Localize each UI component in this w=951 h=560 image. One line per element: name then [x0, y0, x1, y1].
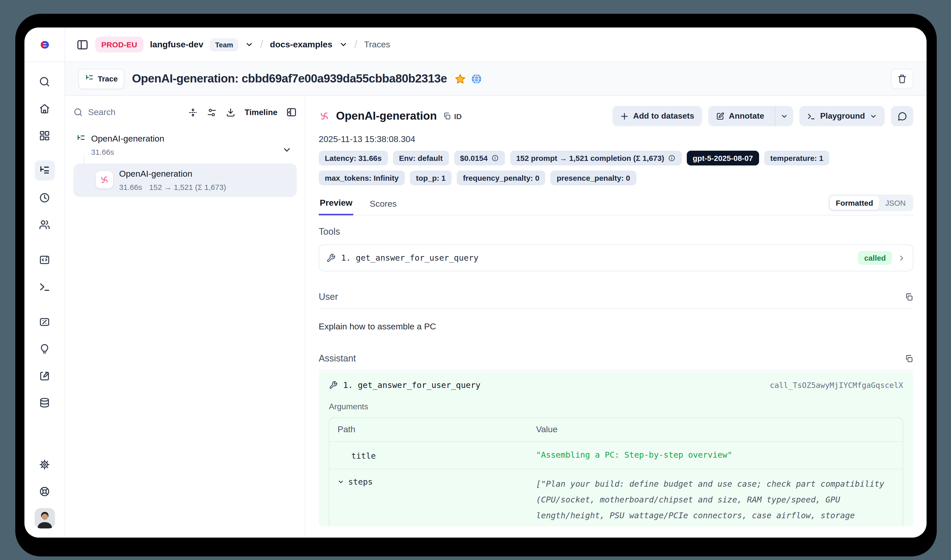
cost-badge[interactable]: $0.0154 [454, 151, 505, 165]
observation-detail-panel: OpenAI-generation ID Add to datasets [305, 96, 926, 538]
bookmark-star-icon[interactable] [455, 73, 466, 84]
info-icon [668, 154, 675, 162]
user-heading: User [319, 292, 338, 302]
tokens-badge[interactable]: 152 prompt → 1,521 completion (Σ 1,673) [510, 151, 682, 165]
observation-title: OpenAI-generation [336, 109, 437, 123]
annotate-button[interactable]: Annotate [708, 106, 770, 126]
table-row-title: title "Assembling a PC: Step-by-step ove… [329, 442, 903, 469]
copy-icon[interactable] [905, 354, 913, 363]
chevron-down-icon[interactable] [337, 478, 344, 485]
public-globe-icon[interactable] [471, 73, 482, 84]
org-plan-badge: Team [210, 38, 238, 51]
top-p-badge: top_p: 1 [410, 171, 452, 185]
assistant-message-section: Assistant 1. get_answer_for_user_query [319, 353, 913, 526]
sessions-clock-icon[interactable] [34, 187, 55, 208]
arg-value: ["Plan your build: define budget and use… [536, 476, 894, 526]
table-row-steps: steps ["Plan your build: define budget a… [329, 469, 903, 526]
copy-icon [443, 112, 451, 120]
env-badge: Env: default [393, 151, 449, 165]
dashboards-icon[interactable] [34, 125, 55, 146]
breadcrumb-organization[interactable]: langfuse-dev [150, 40, 203, 50]
tree-node-root[interactable]: OpenAI-generation 31.66s [73, 134, 297, 156]
tool-name: 1. get_answer_for_user_query [341, 253, 478, 263]
max-tokens-badge: max_tokens: Infinity [319, 171, 405, 185]
presence-penalty-badge: presence_penalty: 0 [551, 171, 636, 185]
timeline-toggle[interactable]: Timeline [245, 108, 277, 117]
prompts-icon[interactable] [34, 249, 55, 270]
tab-scores[interactable]: Scores [369, 199, 398, 215]
support-lifebuoy-icon[interactable] [34, 481, 55, 502]
datasets-database-icon[interactable] [34, 392, 55, 413]
tree-search-input[interactable] [88, 107, 149, 117]
download-icon[interactable] [226, 107, 236, 117]
annotate-dropdown-caret[interactable] [775, 106, 793, 126]
copy-id-button[interactable]: ID [443, 112, 462, 120]
openai-icon [96, 171, 113, 188]
frequency-penalty-badge: frequency_penalty: 0 [457, 171, 545, 185]
user-message-section: User Explain how to assemble a PC [319, 292, 913, 332]
trash-icon [897, 74, 907, 84]
collapse-all-icon[interactable] [188, 107, 198, 117]
tab-preview[interactable]: Preview [319, 198, 354, 215]
delete-trace-button[interactable] [891, 68, 913, 89]
view-options-sliders-icon[interactable] [207, 107, 217, 117]
tree-search[interactable] [73, 107, 180, 117]
breadcrumb-separator: / [354, 37, 357, 51]
user-avatar[interactable] [34, 508, 55, 528]
tree-node-tokens: 152 → 1,521 (Σ 1,673) [149, 183, 226, 191]
search-icon[interactable] [34, 71, 55, 92]
view-mode-toggle: Formatted JSON [828, 194, 913, 211]
chevron-down-icon [780, 112, 788, 120]
breadcrumb-project[interactable]: docs-examples [270, 40, 332, 50]
chevron-down-icon[interactable] [282, 145, 292, 155]
assistant-heading: Assistant [319, 353, 356, 364]
playground-button[interactable]: Playground [799, 106, 885, 126]
toggle-json[interactable]: JSON [879, 196, 912, 210]
model-badge[interactable]: gpt-5-2025-08-07 [686, 151, 759, 165]
environment-badge[interactable]: PROD-EU [95, 37, 143, 52]
arguments-table: Path Value title "Assembling a PC: Step-… [329, 417, 903, 526]
evals-lightbulb-icon[interactable] [34, 338, 55, 359]
terminal-icon [807, 112, 816, 120]
chevron-right-icon[interactable] [897, 254, 906, 262]
breadcrumb-page[interactable]: Traces [364, 40, 390, 50]
detail-tabs: Preview Scores Formatted JSON [319, 194, 913, 215]
home-icon[interactable] [34, 98, 55, 118]
openai-icon [319, 111, 330, 122]
sidebar-icon-rail [25, 62, 65, 538]
add-to-datasets-button[interactable]: Add to datasets [612, 106, 702, 126]
tracing-icon[interactable] [34, 160, 55, 181]
users-icon[interactable] [34, 214, 55, 235]
tree-node-duration: 31.66s [119, 183, 142, 191]
wrench-icon [329, 381, 337, 389]
info-icon [491, 154, 499, 162]
playground-terminal-icon[interactable] [34, 277, 55, 297]
observation-badges: Latency: 31.66s Env: default $0.0154 152… [319, 151, 913, 185]
collapse-panel-icon[interactable] [286, 107, 297, 118]
org-switcher-caret-icon[interactable] [245, 40, 254, 49]
toggle-formatted[interactable]: Formatted [829, 196, 879, 210]
breadcrumb-separator: / [260, 37, 263, 51]
tool-call-name: 1. get_answer_for_user_query [343, 380, 480, 390]
sidebar-toggle-icon[interactable] [76, 38, 89, 51]
pen-square-icon [716, 112, 724, 120]
trace-tree-panel: Timeline OpenAI-generation [65, 96, 305, 538]
trace-tree-icon [85, 74, 94, 83]
called-badge: called [858, 251, 892, 265]
annotation-clipboard-icon[interactable] [34, 366, 55, 386]
trace-type-label: Trace [98, 74, 118, 83]
arg-value: "Assembling a PC: Step-by-step overview" [536, 450, 894, 460]
langfuse-knot-icon [38, 38, 51, 51]
scores-icon[interactable] [34, 312, 55, 332]
tool-definition-row[interactable]: 1. get_answer_for_user_query called [319, 245, 913, 271]
arguments-table-header: Path Value [329, 418, 903, 442]
tree-node-generation-selected[interactable]: OpenAI-generation 31.66s 152 → 1,521 (Σ … [73, 163, 297, 197]
settings-gear-icon[interactable] [34, 454, 55, 474]
arg-path: steps [348, 477, 372, 487]
langfuse-logo[interactable] [25, 28, 65, 62]
project-switcher-caret-icon[interactable] [339, 40, 348, 49]
top-navigation-bar: PROD-EU langfuse-dev Team / docs-example… [25, 28, 926, 62]
comments-button[interactable] [891, 106, 913, 126]
breadcrumb: PROD-EU langfuse-dev Team / docs-example… [65, 28, 926, 62]
copy-icon[interactable] [905, 293, 913, 302]
